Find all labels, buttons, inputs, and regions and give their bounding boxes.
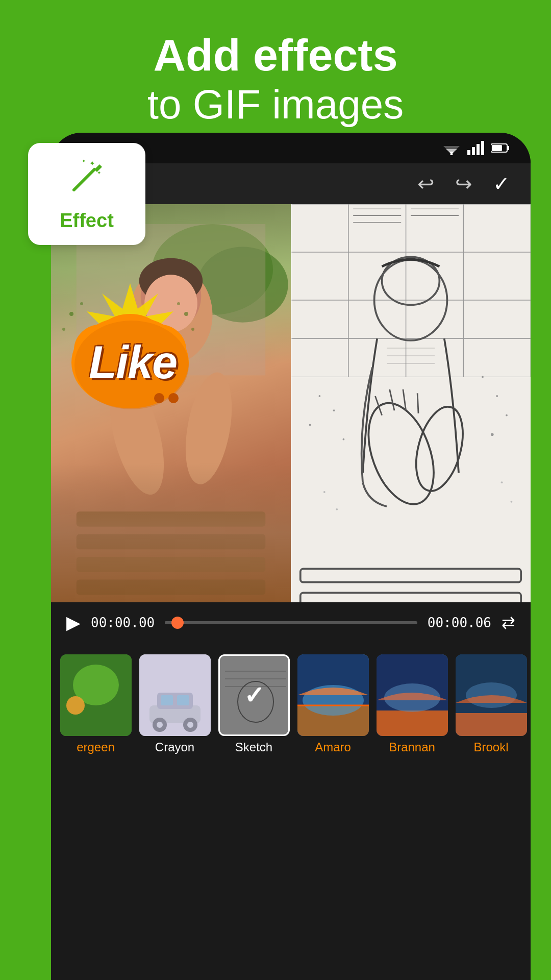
- svg-point-45: [408, 402, 471, 496]
- signal-icon: [467, 141, 485, 155]
- play-button[interactable]: ▶: [66, 612, 81, 633]
- svg-point-84: [66, 696, 85, 715]
- time-start: 00:00.00: [91, 615, 155, 630]
- svg-rect-28: [77, 580, 266, 595]
- split-divider: [291, 204, 292, 602]
- svg-rect-14: [507, 146, 509, 150]
- effect-label: Effect: [60, 210, 114, 232]
- filter-thumb-brooklyn: [456, 654, 527, 736]
- sketch-overlay: [291, 204, 531, 602]
- svg-rect-93: [177, 695, 189, 705]
- header-title-light: to GIF images: [20, 80, 531, 129]
- svg-rect-95: [220, 656, 290, 736]
- svg-rect-9: [467, 150, 470, 155]
- svg-rect-105: [377, 710, 448, 736]
- svg-point-64: [506, 414, 508, 416]
- svg-point-99: [238, 681, 273, 722]
- filter-item-crayon[interactable]: Crayon: [135, 654, 214, 754]
- svg-point-76: [177, 302, 180, 305]
- svg-rect-50: [300, 569, 521, 582]
- svg-rect-12: [481, 141, 484, 155]
- brannan-preview: [377, 654, 448, 736]
- svg-point-59: [333, 409, 335, 411]
- svg-point-66: [323, 491, 325, 493]
- svg-rect-25: [77, 511, 266, 527]
- svg-rect-92: [161, 695, 173, 705]
- playback-controls: ▶ 00:00.00 00:00.06 ⇄: [51, 602, 531, 643]
- svg-rect-15: [492, 145, 502, 151]
- svg-rect-30: [291, 204, 531, 377]
- svg-line-47: [390, 389, 394, 410]
- filter-thumb-amaro: [297, 654, 369, 736]
- svg-point-73: [80, 302, 83, 305]
- header: Add effects to GIF images: [0, 0, 551, 150]
- svg-text:✦: ✦: [97, 170, 101, 176]
- progress-dot[interactable]: [171, 617, 184, 629]
- svg-point-68: [501, 481, 503, 483]
- svg-point-62: [482, 376, 484, 378]
- svg-rect-51: [300, 593, 521, 602]
- svg-rect-94: [220, 656, 290, 736]
- filter-name-crayon: Crayon: [155, 740, 194, 754]
- sketch-preview: [220, 656, 290, 736]
- svg-rect-27: [77, 557, 266, 572]
- battery-icon: [491, 143, 510, 153]
- filter-item-amaro[interactable]: Amaro: [293, 654, 372, 754]
- like-sticker: Like: [61, 306, 204, 419]
- magic-wand-icon: ✦ ✦ ✦: [66, 157, 107, 206]
- header-title-bold: Add effects: [20, 31, 531, 80]
- redo-button[interactable]: ↪: [455, 172, 472, 195]
- svg-rect-10: [472, 147, 475, 155]
- filter-item-brannan[interactable]: Brannan: [372, 654, 452, 754]
- filter-name-evergreen: ergeen: [77, 740, 115, 754]
- time-end: 00:00.06: [428, 615, 491, 630]
- phone-mockup: ↩ ↪ ✓: [51, 133, 531, 980]
- filter-name-sketch: Sketch: [235, 740, 272, 754]
- progress-bar[interactable]: [165, 621, 417, 624]
- like-text: Like: [89, 336, 177, 389]
- wifi-icon: [442, 141, 461, 155]
- filter-name-amaro: Amaro: [315, 740, 351, 754]
- image-area: Like: [51, 204, 531, 602]
- svg-point-67: [336, 508, 338, 510]
- svg-point-61: [343, 438, 345, 440]
- evergreen-preview: [60, 654, 132, 736]
- svg-rect-26: [77, 534, 266, 550]
- svg-point-63: [496, 395, 498, 397]
- amaro-preview: [297, 654, 369, 736]
- svg-point-58: [319, 395, 321, 397]
- svg-point-69: [511, 501, 513, 503]
- svg-text:✦: ✦: [89, 159, 95, 167]
- status-icons: [442, 141, 510, 155]
- svg-rect-108: [456, 713, 527, 736]
- filter-thumb-crayon: [139, 654, 211, 736]
- undo-button[interactable]: ↩: [417, 172, 435, 195]
- confirm-button[interactable]: ✓: [493, 172, 510, 195]
- svg-point-91: [187, 722, 193, 728]
- filter-item-brooklyn[interactable]: Brookl: [452, 654, 531, 754]
- svg-point-90: [157, 722, 163, 728]
- filter-name-brannan: Brannan: [389, 740, 435, 754]
- like-dots: [154, 393, 179, 403]
- svg-point-65: [491, 433, 494, 436]
- svg-line-0: [74, 169, 94, 190]
- svg-text:✦: ✦: [82, 158, 86, 164]
- svg-point-60: [309, 424, 311, 426]
- filter-thumb-brannan: [377, 654, 448, 736]
- filter-thumb-sketch: [218, 654, 290, 736]
- effect-badge: ✦ ✦ ✦ Effect: [28, 143, 145, 245]
- filter-item-sketch[interactable]: Sketch: [214, 654, 293, 754]
- photo-sketch: [291, 204, 531, 602]
- filter-strip: ergeen Crayon: [51, 643, 531, 766]
- filter-name-brooklyn: Brookl: [473, 740, 508, 754]
- brooklyn-preview: [456, 654, 527, 736]
- loop-button[interactable]: ⇄: [502, 613, 515, 632]
- svg-line-49: [417, 393, 418, 413]
- filter-item-evergreen[interactable]: ergeen: [56, 654, 135, 754]
- crayon-preview: [139, 654, 211, 736]
- filter-thumb-evergreen: [60, 654, 132, 736]
- svg-rect-11: [477, 144, 480, 155]
